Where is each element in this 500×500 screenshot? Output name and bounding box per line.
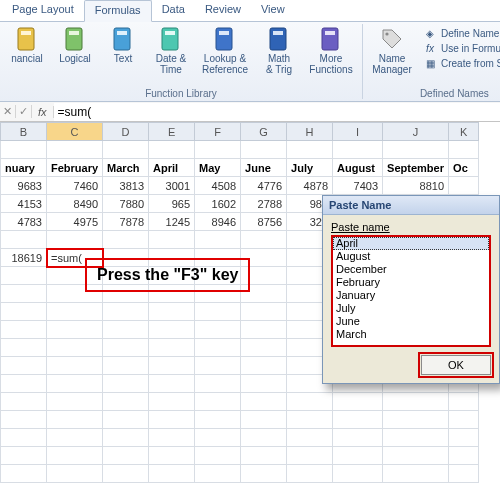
fx-icon: fx (423, 41, 437, 55)
col-header[interactable]: C (47, 123, 103, 141)
list-item[interactable]: March (333, 328, 489, 341)
col-header[interactable]: D (103, 123, 149, 141)
tab-data[interactable]: Data (152, 0, 195, 21)
dialog-title: Paste Name (323, 196, 499, 215)
table-row (1, 429, 479, 447)
col-header[interactable]: K (449, 123, 479, 141)
tag-icon: ◈ (423, 26, 437, 40)
formula-input[interactable] (54, 103, 500, 121)
create-from-selection-button[interactable]: ▦ Create from Selection (423, 56, 500, 70)
list-item[interactable]: June (333, 315, 489, 328)
svg-rect-9 (219, 31, 229, 35)
col-header[interactable]: J (383, 123, 449, 141)
paste-name-listbox[interactable]: April August December February January J… (331, 235, 491, 347)
table-row (1, 141, 479, 159)
tab-formulas[interactable]: Formulas (84, 0, 152, 22)
book-icon (318, 26, 344, 52)
table-row (1, 465, 479, 483)
list-item[interactable]: April (333, 237, 489, 250)
list-item[interactable]: February (333, 276, 489, 289)
ok-button[interactable]: OK (421, 355, 491, 375)
text-button[interactable]: Text (100, 24, 146, 87)
fx-icon[interactable]: fx (32, 106, 54, 118)
list-item[interactable]: August (333, 250, 489, 263)
date-time-button[interactable]: Date & Time (148, 24, 194, 87)
lookup-reference-button[interactable]: Lookup & Reference (196, 24, 254, 87)
list-item[interactable]: December (333, 263, 489, 276)
ribbon: nancial Logical Text Date & Time (0, 22, 500, 102)
tab-page-layout[interactable]: Page Layout (2, 0, 84, 21)
more-functions-button[interactable]: More Functions (304, 24, 358, 87)
math-trig-button[interactable]: Math & Trig (256, 24, 302, 87)
svg-rect-5 (117, 31, 127, 35)
formula-bar: ✕ ✓ fx (0, 102, 500, 122)
formula-accept[interactable]: ✓ (16, 105, 32, 118)
table-row (1, 393, 479, 411)
group-label-defined-names: Defined Names (420, 88, 489, 99)
svg-rect-13 (325, 31, 335, 35)
book-icon (14, 26, 40, 52)
col-header[interactable]: G (241, 123, 287, 141)
table-row: 968374603813 300145084776 487874038810 (1, 177, 479, 195)
name-manager-button[interactable]: Name Manager (367, 24, 417, 87)
formula-cancel[interactable]: ✕ (0, 105, 16, 118)
book-icon (110, 26, 136, 52)
instruction-annotation: Press the "F3" key (85, 258, 250, 292)
tag-icon (379, 26, 405, 52)
book-icon (158, 26, 184, 52)
dialog-label: Paste name (331, 221, 491, 233)
define-name-button[interactable]: ◈ Define Name (423, 26, 500, 40)
paste-name-dialog: Paste Name Paste name April August Decem… (322, 195, 500, 384)
table-row (1, 411, 479, 429)
group-defined-names: Name Manager ◈ Define Name fx Use in For… (363, 24, 500, 99)
col-header[interactable]: H (287, 123, 333, 141)
tab-review[interactable]: Review (195, 0, 251, 21)
defined-names-mini: ◈ Define Name fx Use in Formula ▦ Create… (419, 24, 500, 87)
logical-button[interactable]: Logical (52, 24, 98, 87)
table-row: nuaryFebruaryMarch AprilMayJune JulyAugu… (1, 159, 479, 177)
col-header[interactable]: I (333, 123, 383, 141)
ribbon-tabstrip: Page Layout Formulas Data Review View (0, 0, 500, 22)
book-icon (212, 26, 238, 52)
svg-rect-11 (273, 31, 283, 35)
list-item[interactable]: January (333, 289, 489, 302)
col-header[interactable]: F (195, 123, 241, 141)
use-in-formula-button[interactable]: fx Use in Formula (423, 41, 500, 55)
list-item[interactable]: July (333, 302, 489, 315)
svg-rect-1 (21, 31, 31, 35)
col-header[interactable]: E (149, 123, 195, 141)
book-icon (62, 26, 88, 52)
table-row (1, 447, 479, 465)
cell[interactable]: 18619 (1, 249, 47, 267)
col-header[interactable]: B (1, 123, 47, 141)
tab-view[interactable]: View (251, 0, 295, 21)
svg-point-14 (385, 32, 388, 35)
grid-icon: ▦ (423, 56, 437, 70)
svg-rect-3 (69, 31, 79, 35)
group-label-function-library: Function Library (145, 88, 217, 99)
group-function-library: nancial Logical Text Date & Time (0, 24, 363, 99)
column-headers: B C D E F G H I J K (1, 123, 479, 141)
financial-button[interactable]: nancial (4, 24, 50, 87)
book-icon (266, 26, 292, 52)
svg-rect-7 (165, 31, 175, 35)
